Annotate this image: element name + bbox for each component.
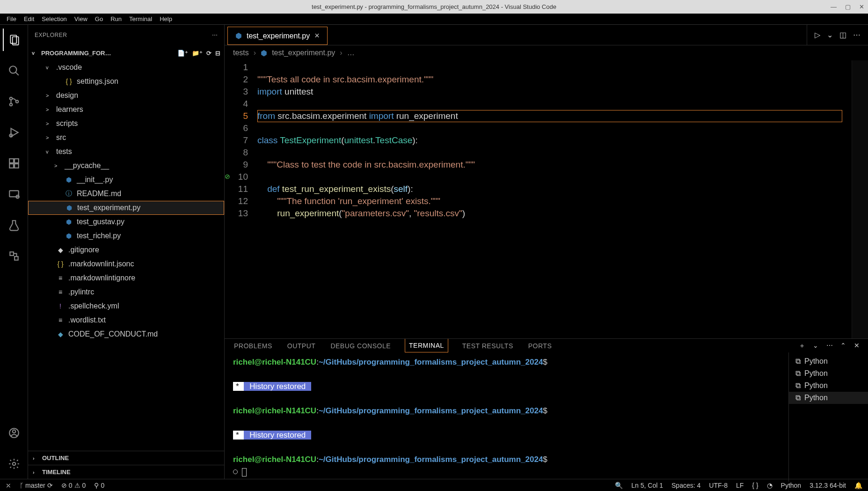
- new-file-icon[interactable]: 📄⁺: [177, 50, 188, 57]
- accounts-icon[interactable]: [3, 422, 25, 444]
- zoom-icon[interactable]: 🔍: [615, 482, 623, 489]
- file-row[interactable]: ⬢__init__.py: [28, 173, 224, 187]
- folder-row[interactable]: >src: [28, 131, 224, 145]
- explorer-icon[interactable]: [3, 29, 25, 51]
- folder-row[interactable]: >__pycache__: [28, 159, 224, 173]
- outline-section[interactable]: › OUTLINE: [28, 451, 224, 465]
- run-debug-icon[interactable]: [3, 121, 25, 144]
- code-content[interactable]: """Tests all code in src.bacsim.experime…: [257, 60, 852, 338]
- collapse-icon[interactable]: ⊟: [215, 50, 220, 57]
- encoding-status[interactable]: UTF-8: [709, 482, 728, 489]
- terminal-list-item[interactable]: ⧉Python: [789, 355, 868, 367]
- remote-icon[interactable]: [3, 183, 25, 205]
- timeline-section[interactable]: › TIMELINE: [28, 465, 224, 479]
- run-dropdown-icon[interactable]: ⌄: [827, 30, 833, 39]
- panel-tab-debug-console[interactable]: DEBUG CONSOLE: [329, 339, 392, 352]
- python-version[interactable]: 3.12.3 64-bit: [810, 482, 846, 489]
- new-folder-icon[interactable]: 📁⁺: [192, 50, 203, 57]
- panel-close-icon[interactable]: ✕: [854, 342, 860, 350]
- file-row[interactable]: ≡.pylintrc: [28, 285, 224, 299]
- sidebar-explorer: EXPLORER ⋯ v PROGRAMMING_FOR… 📄⁺ 📁⁺ ⟳ ⊟ …: [28, 25, 225, 479]
- breadcrumb[interactable]: tests › ⬢ test_experiment.py › …: [225, 45, 868, 60]
- remote-status-icon[interactable]: ⤫: [6, 482, 11, 489]
- menu-file[interactable]: File: [3, 15, 20, 23]
- minimap[interactable]: [852, 60, 868, 338]
- panel-tab-problems[interactable]: PROBLEMS: [233, 339, 273, 352]
- menu-help[interactable]: Help: [156, 15, 176, 23]
- window-minimize-icon[interactable]: —: [831, 3, 837, 10]
- window-close-icon[interactable]: ✕: [859, 3, 864, 10]
- file-row[interactable]: ◆CODE_OF_CONDUCT.md: [28, 327, 224, 341]
- timeline-label: TIMELINE: [42, 469, 71, 476]
- project-header[interactable]: v PROGRAMMING_FOR… 📄⁺ 📁⁺ ⟳ ⊟: [28, 45, 224, 60]
- file-row[interactable]: ≡.markdownlintignore: [28, 271, 224, 285]
- extensions-icon[interactable]: [3, 152, 25, 175]
- panel-tab-terminal[interactable]: TERMINAL: [405, 339, 448, 352]
- terminal-list-item[interactable]: ⧉Python: [789, 380, 868, 392]
- file-row[interactable]: ◆.gitignore: [28, 243, 224, 257]
- python-file-icon: ⬢: [235, 31, 242, 40]
- bracket-status[interactable]: { }: [752, 482, 758, 489]
- file-row[interactable]: ≡.wordlist.txt: [28, 313, 224, 327]
- file-tree[interactable]: v.vscode{ }settings.json>design>learners…: [28, 60, 224, 451]
- svg-rect-16: [15, 256, 18, 260]
- panel-tab-test-results[interactable]: TEST RESULTS: [461, 339, 514, 352]
- test-pass-icon[interactable]: ⊘: [225, 173, 230, 180]
- folder-row[interactable]: >design: [28, 88, 224, 103]
- sidebar-more-icon[interactable]: ⋯: [212, 32, 218, 38]
- language-status[interactable]: Python: [781, 482, 802, 489]
- file-label: .pylintrc: [68, 288, 94, 296]
- file-row[interactable]: !.spellcheck.yml: [28, 299, 224, 313]
- breadcrumb-file[interactable]: test_experiment.py: [272, 49, 335, 57]
- file-row[interactable]: ⬢test_richel.py: [28, 229, 224, 243]
- menu-run[interactable]: Run: [107, 15, 125, 23]
- file-row[interactable]: ⓘREADME.md: [28, 187, 224, 201]
- testing-icon[interactable]: [3, 214, 25, 236]
- panel-maximize-icon[interactable]: ⌃: [840, 342, 846, 350]
- cursor-position[interactable]: Ln 5, Col 1: [631, 482, 663, 489]
- menu-go[interactable]: Go: [91, 15, 107, 23]
- source-control-icon[interactable]: [3, 90, 25, 113]
- indent-status[interactable]: Spaces: 4: [671, 482, 700, 489]
- menu-terminal[interactable]: Terminal: [125, 15, 156, 23]
- panel-tab-ports[interactable]: PORTS: [527, 339, 553, 352]
- svg-rect-9: [9, 159, 14, 163]
- panel-more-icon[interactable]: ⋯: [826, 342, 833, 350]
- notifications-icon[interactable]: 🔔: [854, 482, 862, 489]
- run-icon[interactable]: ▷: [815, 30, 820, 39]
- panel-tabs: PROBLEMS OUTPUT DEBUG CONSOLE TERMINAL T…: [225, 339, 868, 352]
- eol-status[interactable]: LF: [736, 482, 744, 489]
- folder-row[interactable]: v.vscode: [28, 60, 224, 74]
- terminal-output[interactable]: richel@richel-N141CU:~/GitHubs/programmi…: [225, 352, 788, 482]
- breadcrumb-more[interactable]: …: [347, 49, 355, 57]
- search-icon[interactable]: [3, 59, 25, 82]
- code-editor[interactable]: ⊘ 12345678910111213 """Tests all code in…: [225, 60, 868, 338]
- terminal-dropdown-icon[interactable]: ⌄: [813, 342, 819, 350]
- errors-count[interactable]: ⊘ 0 ⚠ 0: [61, 482, 86, 489]
- file-row[interactable]: ⬢test_gustav.py: [28, 215, 224, 229]
- menu-view[interactable]: View: [71, 15, 91, 23]
- terminal-list-item[interactable]: ⧉Python: [789, 367, 868, 380]
- folder-row[interactable]: >learners: [28, 103, 224, 117]
- panel-tab-output[interactable]: OUTPUT: [286, 339, 317, 352]
- more-actions-icon[interactable]: ⋯: [853, 30, 861, 39]
- menu-selection[interactable]: Selection: [38, 15, 70, 23]
- breadcrumb-tests[interactable]: tests: [233, 49, 249, 57]
- ports-count[interactable]: ⚲ 0: [94, 482, 104, 489]
- refresh-icon[interactable]: ⟳: [206, 50, 212, 57]
- terminal-list-item[interactable]: ⧉Python: [789, 392, 868, 404]
- tab-test-experiment[interactable]: ⬢ test_experiment.py ×: [227, 27, 328, 45]
- file-row[interactable]: ⬢test_experiment.py: [28, 201, 224, 215]
- new-terminal-icon[interactable]: ＋: [799, 342, 806, 350]
- split-editor-icon[interactable]: ◫: [839, 30, 846, 39]
- git-branch[interactable]: ᚴ master ⟳: [20, 482, 53, 489]
- folder-row[interactable]: vtests: [28, 145, 224, 159]
- settings-gear-icon[interactable]: [3, 453, 25, 475]
- window-maximize-icon[interactable]: ▢: [845, 3, 851, 10]
- close-tab-icon[interactable]: ×: [314, 31, 320, 41]
- file-row[interactable]: { }settings.json: [28, 74, 224, 88]
- file-row[interactable]: { }.markdownlint.jsonc: [28, 257, 224, 271]
- menu-edit[interactable]: Edit: [20, 15, 38, 23]
- references-icon[interactable]: [3, 245, 25, 267]
- folder-row[interactable]: >scripts: [28, 117, 224, 131]
